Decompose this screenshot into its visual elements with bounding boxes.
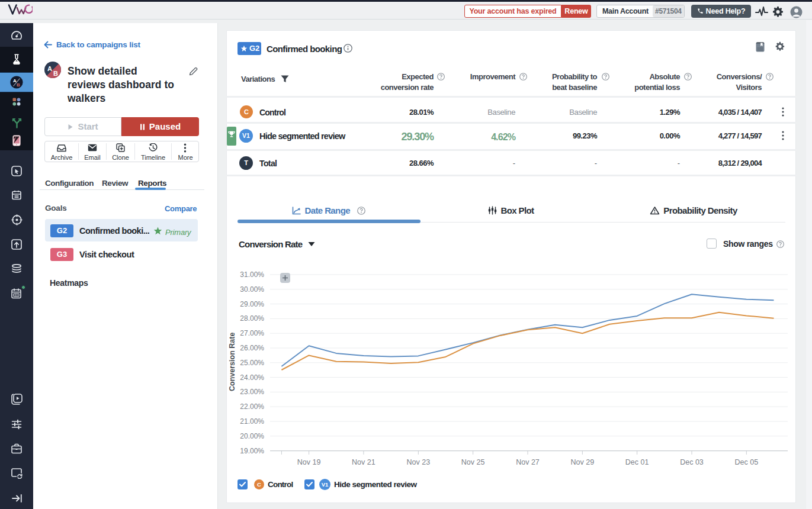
svg-text:25.00%: 25.00% <box>240 359 264 367</box>
svg-text:27.00%: 27.00% <box>240 329 264 337</box>
svg-text:Nov 23: Nov 23 <box>406 458 430 466</box>
svg-text:Conversion Rate: Conversion Rate <box>228 333 236 391</box>
svg-text:26.00%: 26.00% <box>240 344 264 352</box>
svg-text:B: B <box>53 70 58 77</box>
svg-text:23.00%: 23.00% <box>240 388 264 396</box>
svg-text:Nov 25: Nov 25 <box>461 458 485 466</box>
svg-text:Nov 29: Nov 29 <box>570 458 594 466</box>
svg-text:Dec 05: Dec 05 <box>734 458 758 466</box>
svg-text:28.00%: 28.00% <box>240 314 264 323</box>
svg-text:22.00%: 22.00% <box>240 402 264 411</box>
svg-text:30.00%: 30.00% <box>240 285 264 294</box>
svg-text:A: A <box>47 65 52 72</box>
svg-text:Dec 03: Dec 03 <box>680 458 704 466</box>
svg-text:B: B <box>17 82 20 88</box>
svg-text:19.00%: 19.00% <box>240 447 264 455</box>
svg-text:Nov 21: Nov 21 <box>352 458 375 466</box>
svg-text:21.00%: 21.00% <box>240 417 264 426</box>
svg-text:31.00%: 31.00% <box>240 270 264 279</box>
svg-text:Nov 19: Nov 19 <box>297 458 321 466</box>
svg-text:24.00%: 24.00% <box>240 373 264 382</box>
svg-text:Dec 01: Dec 01 <box>625 458 649 466</box>
svg-text:29.00%: 29.00% <box>240 300 264 308</box>
svg-text:20.00%: 20.00% <box>240 432 264 440</box>
svg-text:Nov 27: Nov 27 <box>516 458 540 466</box>
